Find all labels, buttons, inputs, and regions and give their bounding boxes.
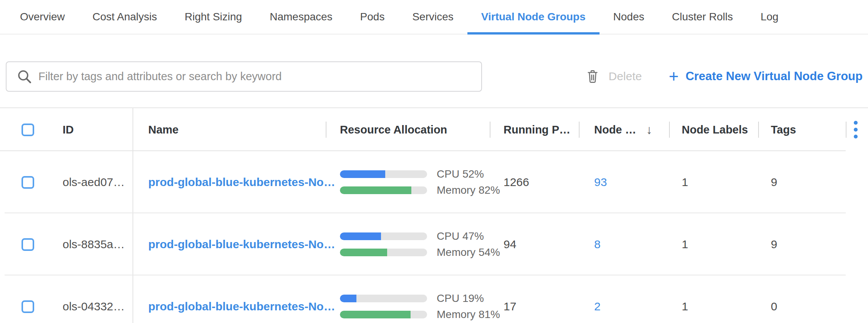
cpu-label: CPU 47%	[437, 230, 484, 242]
tab-cost-analysis[interactable]: Cost Analysis	[79, 0, 171, 34]
row-id: ols-aed07…	[63, 176, 125, 189]
select-all-checkbox[interactable]	[22, 124, 34, 136]
create-label: Create New Virtual Node Group	[686, 69, 863, 83]
toolbar: Delete + Create New Virtual Node Group	[0, 61, 868, 92]
table-row: ols-8835a… prod-global-blue-kubernetes-N…	[0, 213, 868, 275]
plus-icon: +	[669, 68, 679, 85]
column-header-name[interactable]: Name	[148, 124, 179, 136]
delete-label: Delete	[608, 70, 642, 83]
tab-overview[interactable]: Overview	[6, 0, 79, 34]
running-pods-value: 17	[504, 300, 516, 313]
tab-nodes[interactable]: Nodes	[600, 0, 658, 34]
column-header-tags[interactable]: Tags	[771, 124, 796, 136]
nodes-count-link[interactable]: 2	[594, 300, 601, 313]
row-name-link[interactable]: prod-global-blue-kubernetes-No…	[148, 300, 335, 313]
cpu-bar	[340, 295, 427, 302]
table-row: ols-04332… prod-global-blue-kubernetes-N…	[0, 275, 868, 323]
tab-cluster-rolls[interactable]: Cluster Rolls	[658, 0, 747, 34]
row-id: ols-8835a…	[63, 238, 125, 251]
memory-bar	[340, 186, 427, 194]
cpu-bar	[340, 232, 427, 240]
node-labels-value: 1	[682, 176, 688, 189]
column-header-nodes[interactable]: Node …	[594, 124, 636, 136]
cpu-label: CPU 52%	[437, 168, 484, 180]
tab-right-sizing[interactable]: Right Sizing	[171, 0, 256, 34]
tab-virtual-node-groups[interactable]: Virtual Node Groups	[467, 0, 600, 34]
column-header-resource-allocation[interactable]: Resource Allocation	[340, 124, 447, 136]
search-input[interactable]	[38, 70, 481, 83]
tab-namespaces[interactable]: Namespaces	[256, 0, 346, 34]
row-name-link[interactable]: prod-global-blue-kubernetes-No…	[148, 176, 335, 189]
virtual-node-groups-table: ID Name Resource Allocation Running P… N…	[0, 107, 868, 323]
row-id: ols-04332…	[63, 300, 125, 313]
node-labels-value: 1	[682, 238, 688, 251]
memory-bar	[340, 249, 427, 256]
nodes-count-link[interactable]: 93	[594, 176, 607, 189]
tab-services[interactable]: Services	[398, 0, 467, 34]
row-checkbox[interactable]	[22, 300, 34, 313]
sort-desc-icon[interactable]: ↓	[646, 123, 653, 137]
delete-button[interactable]: Delete	[586, 69, 642, 84]
cpu-bar	[340, 170, 427, 178]
row-checkbox[interactable]	[22, 238, 34, 251]
table-row: ols-aed07… prod-global-blue-kubernetes-N…	[0, 151, 868, 213]
tags-value: 9	[771, 176, 777, 189]
column-header-id[interactable]: ID	[63, 124, 74, 136]
filter-search-box[interactable]	[6, 61, 482, 92]
running-pods-value: 94	[504, 238, 516, 251]
row-name-link[interactable]: prod-global-blue-kubernetes-No…	[148, 238, 335, 251]
tags-value: 9	[771, 238, 777, 251]
running-pods-value: 1266	[504, 176, 529, 189]
tags-value: 0	[771, 300, 777, 313]
cpu-label: CPU 19%	[437, 292, 484, 305]
nodes-count-link[interactable]: 8	[594, 238, 601, 251]
column-header-node-labels[interactable]: Node Labels	[682, 124, 748, 136]
memory-bar	[340, 311, 427, 318]
tab-log[interactable]: Log	[747, 0, 792, 34]
column-header-running-pods[interactable]: Running P…	[504, 124, 570, 136]
search-icon	[17, 69, 31, 84]
column-options-kebab-icon[interactable]	[854, 121, 858, 138]
tab-pods[interactable]: Pods	[346, 0, 399, 34]
node-labels-value: 1	[682, 300, 688, 313]
table-header: ID Name Resource Allocation Running P… N…	[0, 108, 868, 151]
row-checkbox[interactable]	[22, 176, 34, 189]
trash-icon	[586, 69, 599, 84]
tab-bar: Overview Cost Analysis Right Sizing Name…	[0, 0, 868, 35]
create-new-virtual-node-group-button[interactable]: + Create New Virtual Node Group	[669, 68, 863, 85]
